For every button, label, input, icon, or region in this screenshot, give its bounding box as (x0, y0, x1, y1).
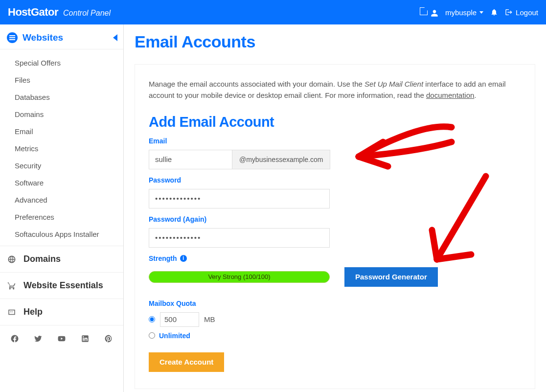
help-icon (7, 308, 17, 317)
bell-icon[interactable] (490, 8, 498, 16)
sidebar-item-softaculous[interactable]: Softaculous Apps Installer (15, 226, 123, 243)
quota-radio-fixed[interactable] (149, 316, 155, 323)
domain-box: @mybusinessexample.com (232, 150, 330, 169)
social-row (0, 325, 123, 354)
sidebar-item-domains[interactable]: Domains (15, 106, 123, 123)
password-label: Password (149, 176, 521, 184)
password-again-label: Password (Again) (149, 215, 521, 223)
sidebar-item-security[interactable]: Security (15, 157, 123, 174)
collapse-caret-icon[interactable] (113, 34, 117, 41)
sidebar-item-files[interactable]: Files (15, 71, 123, 89)
sidebar-item-advanced[interactable]: Advanced (15, 191, 123, 208)
brand-subtitle: Control Panel (63, 9, 111, 18)
youtube-icon[interactable] (57, 334, 66, 345)
sidebar-item-preferences[interactable]: Preferences (15, 208, 123, 226)
quota-unlimited-row: Unlimited (149, 332, 521, 340)
intro-ital: Set Up Mail Client (364, 80, 423, 88)
section-title-domains: Domains (23, 254, 61, 264)
sidebar-item-email[interactable]: Email (15, 123, 123, 140)
broken-image-icon (420, 7, 428, 15)
intro-part-3: . (474, 91, 476, 99)
layout: Websites Special Offers Files Databases … (0, 24, 546, 392)
top-header: HostGator Control Panel mybusple Logout (0, 0, 546, 24)
globe-icon (7, 255, 17, 264)
password-generator-button[interactable]: Password Generator (344, 267, 438, 287)
brand: HostGator Control Panel (8, 6, 111, 19)
pinterest-icon[interactable] (104, 334, 113, 345)
info-icon[interactable]: i (180, 255, 187, 262)
content: Email Accounts Manage the email accounts… (124, 24, 546, 392)
email-input[interactable] (149, 150, 232, 169)
section-title: Add Email Account (149, 114, 521, 130)
linkedin-icon[interactable] (81, 334, 90, 345)
strength-row: Very Strong (100/100) Password Generator (149, 267, 521, 287)
section-title-essentials: Website Essentials (23, 280, 103, 291)
quota-row: MB (149, 312, 521, 327)
strength-bar: Very Strong (100/100) (149, 271, 330, 283)
sidebar-item-software[interactable]: Software (15, 174, 123, 191)
twitter-icon[interactable] (34, 334, 43, 345)
intro-text: Manage the email accounts associated wit… (149, 78, 521, 101)
username: mybusple (445, 8, 477, 17)
intro-part-1: Manage the email accounts associated wit… (149, 80, 364, 88)
logout-button[interactable]: Logout (505, 8, 538, 17)
username-dropdown[interactable]: mybusple (445, 8, 483, 17)
sidebar-header: Websites (0, 24, 123, 49)
menu-icon (7, 32, 18, 43)
sidebar-item-metrics[interactable]: Metrics (15, 140, 123, 157)
quota-radio-unlimited[interactable] (149, 332, 155, 339)
panel: Manage the email accounts associated wit… (135, 64, 535, 389)
sidebar-section-essentials[interactable]: Website Essentials (0, 273, 123, 299)
documentation-link[interactable]: documentation (426, 91, 474, 99)
quota-input[interactable] (160, 312, 199, 327)
sidebar-items: Special Offers Files Databases Domains E… (0, 49, 123, 246)
facebook-icon[interactable] (10, 334, 19, 345)
email-row: @mybusinessexample.com (149, 150, 521, 169)
strength-label-text: Strength (149, 254, 177, 262)
quota-unlimited-label[interactable]: Unlimited (159, 332, 190, 340)
page-title: Email Accounts (124, 24, 546, 56)
sidebar-item-special-offers[interactable]: Special Offers (15, 54, 123, 71)
sidebar: Websites Special Offers Files Databases … (0, 24, 124, 392)
user-icon (431, 9, 438, 17)
sidebar-section-domains[interactable]: Domains (0, 246, 123, 273)
logout-icon (505, 8, 513, 16)
header-right: mybusple Logout (420, 7, 538, 17)
cart-icon (7, 281, 17, 290)
password-input[interactable] (149, 189, 330, 208)
create-account-button[interactable]: Create Account (149, 352, 224, 372)
logout-label: Logout (516, 8, 538, 17)
section-title-help: Help (23, 307, 43, 317)
quota-label: Mailbox Quota (149, 300, 521, 307)
chevron-down-icon (479, 11, 483, 14)
sidebar-item-databases[interactable]: Databases (15, 89, 123, 106)
brand-logo: HostGator (8, 6, 58, 19)
strength-label: Strength i (149, 254, 521, 262)
sidebar-section-help[interactable]: Help (0, 299, 123, 325)
password-again-input[interactable] (149, 228, 330, 248)
quota-unit: MB (204, 315, 215, 323)
email-label: Email (149, 137, 521, 145)
sidebar-active-title[interactable]: Websites (23, 32, 63, 43)
